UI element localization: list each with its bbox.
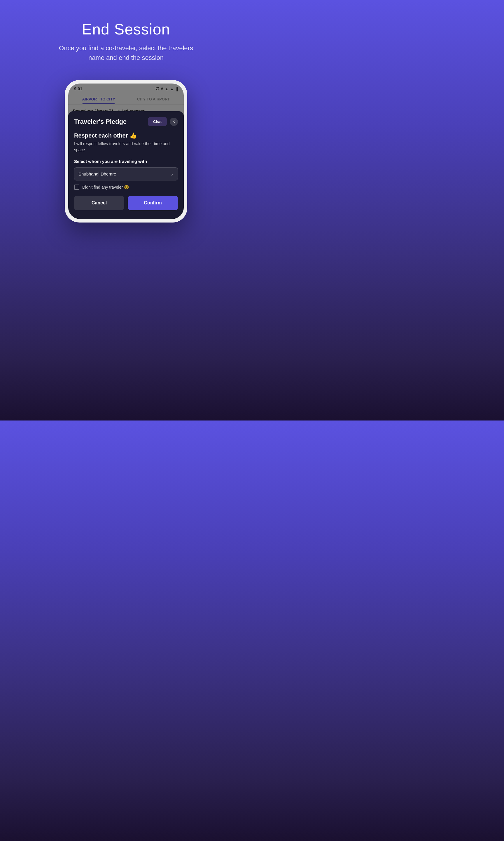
cancel-button[interactable]: Cancel bbox=[74, 196, 124, 210]
modal-buttons: Cancel Confirm bbox=[74, 196, 178, 210]
page-subtitle: Once you find a co-traveler, select the … bbox=[50, 43, 202, 63]
modal-title: Traveler's Pledge bbox=[74, 118, 127, 125]
pledge-section: Respect each other 👍 I will respect fell… bbox=[74, 132, 178, 153]
page-title: End Session bbox=[82, 20, 170, 38]
close-icon[interactable]: × bbox=[170, 118, 178, 126]
traveler-pledge-modal: Traveler's Pledge Chat × Respect each ot… bbox=[68, 111, 184, 219]
confirm-button[interactable]: Confirm bbox=[128, 196, 178, 210]
not-found-row: Didn't find any traveler 😔 bbox=[74, 185, 178, 190]
pledge-heading: Respect each other 👍 bbox=[74, 132, 178, 139]
modal-header: Traveler's Pledge Chat × bbox=[74, 117, 178, 126]
chevron-down-icon: ⌄ bbox=[170, 171, 174, 177]
modal-chat-button[interactable]: Chat bbox=[148, 117, 167, 126]
traveler-dropdown[interactable]: Shubhangi Dhemre ⌄ bbox=[74, 167, 178, 181]
select-label: Select whom you are traveling with bbox=[74, 159, 178, 164]
dropdown-value: Shubhangi Dhemre bbox=[78, 171, 116, 176]
pledge-desc: I will respect fellow travelers and valu… bbox=[74, 141, 178, 153]
phone-frame: 9:01 🛡 A ▲ ▲ ▐ AIRPORT TO CITY CITY TO A… bbox=[65, 80, 187, 223]
not-found-checkbox[interactable] bbox=[74, 185, 79, 190]
phone-screen: 9:01 🛡 A ▲ ▲ ▐ AIRPORT TO CITY CITY TO A… bbox=[68, 84, 184, 219]
not-found-label: Didn't find any traveler 😔 bbox=[82, 185, 129, 190]
